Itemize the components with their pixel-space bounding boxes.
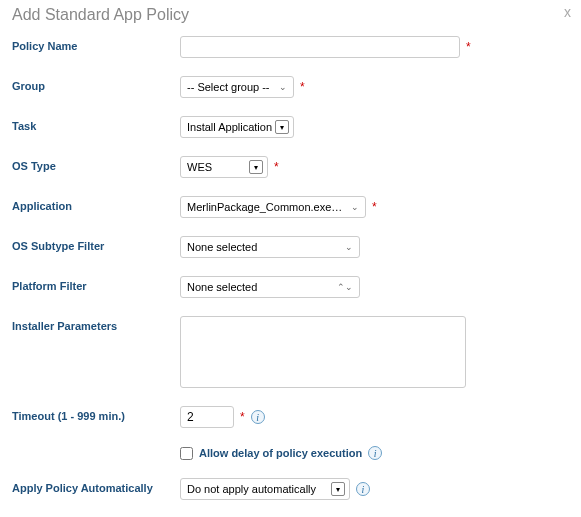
close-icon[interactable]: x [564,4,571,20]
required-mark: * [372,200,377,214]
os-type-select-value: WES [187,161,212,173]
os-subtype-filter-select[interactable]: None selected ⌄ [180,236,360,258]
policy-name-input[interactable] [180,36,460,58]
label-installer-parameters: Installer Parameters [12,316,180,332]
task-select[interactable]: Install Application ▾ [180,116,294,138]
label-timeout: Timeout (1 - 999 min.) [12,406,180,422]
required-mark: * [466,40,471,54]
label-task: Task [12,116,180,132]
chevron-down-icon: ▾ [249,160,263,174]
label-os-type: OS Type [12,156,180,172]
label-allow-delay: Allow delay of policy execution [199,447,362,459]
required-mark: * [240,410,245,424]
platform-filter-select[interactable]: None selected ⌃⌄ [180,276,360,298]
label-application: Application [12,196,180,212]
chevron-down-icon: ⌄ [279,82,287,92]
chevron-down-icon: ▾ [275,120,289,134]
dialog-title: Add Standard App Policy [12,6,569,24]
timeout-input[interactable] [180,406,234,428]
label-os-subtype-filter: OS Subtype Filter [12,236,180,252]
info-icon[interactable]: i [368,446,382,460]
label-platform-filter: Platform Filter [12,276,180,292]
required-mark: * [300,80,305,94]
chevron-down-icon: ⌄ [351,202,359,212]
label-apply-auto: Apply Policy Automatically [12,478,180,494]
application-select[interactable]: MerlinPackage_Common.exe (Loc ⌄ [180,196,366,218]
os-subtype-filter-value: None selected [187,241,257,253]
group-select[interactable]: -- Select group -- ⌄ [180,76,294,98]
chevron-up-down-icon: ⌃⌄ [337,282,353,292]
os-type-select[interactable]: WES ▾ [180,156,268,178]
application-select-value: MerlinPackage_Common.exe (Loc [187,201,345,213]
task-select-value: Install Application [187,121,272,133]
apply-auto-select[interactable]: Do not apply automatically ▾ [180,478,350,500]
apply-auto-value: Do not apply automatically [187,483,316,495]
label-group: Group [12,76,180,92]
add-standard-app-policy-dialog: x Add Standard App Policy Policy Name * … [0,0,581,517]
allow-delay-checkbox[interactable] [180,447,193,460]
info-icon[interactable]: i [251,410,265,424]
label-policy-name: Policy Name [12,36,180,52]
chevron-down-icon: ⌄ [345,242,353,252]
info-icon[interactable]: i [356,482,370,496]
chevron-down-icon: ▾ [331,482,345,496]
group-select-value: -- Select group -- [187,81,270,93]
required-mark: * [274,160,279,174]
installer-parameters-textarea[interactable] [180,316,466,388]
platform-filter-value: None selected [187,281,257,293]
